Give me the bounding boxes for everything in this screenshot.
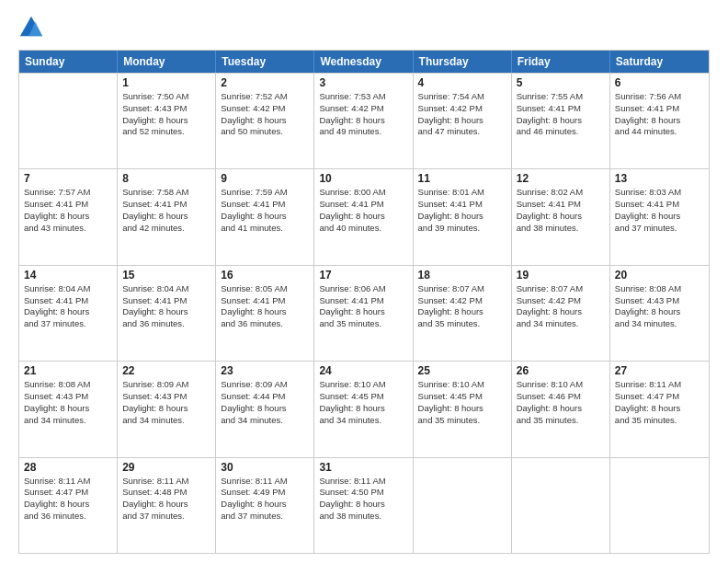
info-line: and 34 minutes. <box>319 415 407 427</box>
info-line: Sunrise: 8:10 AM <box>418 379 506 391</box>
calendar-cell: 31Sunrise: 8:11 AMSunset: 4:50 PMDayligh… <box>314 458 413 553</box>
calendar-row: 21Sunrise: 8:08 AMSunset: 4:43 PMDayligh… <box>19 361 709 456</box>
header-day: Wednesday <box>314 51 413 73</box>
info-line: Daylight: 8 hours <box>24 306 112 318</box>
calendar-body: 1Sunrise: 7:50 AMSunset: 4:43 PMDaylight… <box>19 73 709 553</box>
info-line: and 42 minutes. <box>122 223 210 235</box>
info-line: and 36 minutes. <box>24 511 112 523</box>
info-line: Daylight: 8 hours <box>24 499 112 511</box>
calendar-row: 7Sunrise: 7:57 AMSunset: 4:41 PMDaylight… <box>19 168 709 264</box>
info-line: Daylight: 8 hours <box>517 211 605 223</box>
info-line: Daylight: 8 hours <box>319 403 407 415</box>
info-line: Sunset: 4:43 PM <box>122 103 210 115</box>
calendar-cell: 12Sunrise: 8:02 AMSunset: 4:41 PMDayligh… <box>512 169 610 264</box>
calendar-cell: 6Sunrise: 7:56 AMSunset: 4:41 PMDaylight… <box>610 74 709 168</box>
info-line: Sunset: 4:41 PM <box>24 295 112 307</box>
logo <box>18 15 48 40</box>
info-line: Sunset: 4:43 PM <box>615 295 704 307</box>
info-line: Sunset: 4:41 PM <box>418 199 506 211</box>
info-line: and 46 minutes. <box>517 126 605 138</box>
calendar-cell <box>512 458 610 553</box>
day-number: 24 <box>319 364 407 377</box>
day-number: 26 <box>517 364 605 377</box>
info-line: Sunrise: 8:02 AM <box>517 187 605 199</box>
info-line: Sunrise: 8:11 AM <box>24 476 112 488</box>
info-line: Daylight: 8 hours <box>418 306 506 318</box>
info-line: Sunset: 4:43 PM <box>122 391 210 403</box>
page: SundayMondayTuesdayWednesdayThursdayFrid… <box>0 0 728 563</box>
calendar-row: 1Sunrise: 7:50 AMSunset: 4:43 PMDaylight… <box>19 73 709 168</box>
info-line: and 37 minutes. <box>221 511 309 523</box>
info-line: Daylight: 8 hours <box>319 211 407 223</box>
info-line: Daylight: 8 hours <box>418 211 506 223</box>
info-line: Daylight: 8 hours <box>319 306 407 318</box>
info-line: and 36 minutes. <box>122 318 210 330</box>
info-line: Daylight: 8 hours <box>122 403 210 415</box>
info-line: Daylight: 8 hours <box>319 115 407 127</box>
day-number: 9 <box>221 172 309 185</box>
info-line: and 36 minutes. <box>221 318 309 330</box>
info-line: and 40 minutes. <box>319 223 407 235</box>
day-number: 21 <box>24 364 112 377</box>
info-line: Daylight: 8 hours <box>418 403 506 415</box>
day-number: 3 <box>319 76 407 89</box>
calendar-cell: 18Sunrise: 8:07 AMSunset: 4:42 PMDayligh… <box>414 266 512 361</box>
info-line: Sunrise: 8:05 AM <box>221 283 309 295</box>
calendar-cell: 22Sunrise: 8:09 AMSunset: 4:43 PMDayligh… <box>118 362 216 456</box>
day-number: 4 <box>418 76 506 89</box>
calendar-cell: 4Sunrise: 7:54 AMSunset: 4:42 PMDaylight… <box>414 74 512 168</box>
info-line: Sunrise: 8:11 AM <box>122 476 210 488</box>
day-number: 22 <box>122 364 210 377</box>
info-line: Sunset: 4:42 PM <box>418 103 506 115</box>
info-line: Daylight: 8 hours <box>517 115 605 127</box>
calendar-cell: 8Sunrise: 7:58 AMSunset: 4:41 PMDaylight… <box>118 169 216 264</box>
day-number: 11 <box>418 172 506 185</box>
day-number: 30 <box>221 461 309 474</box>
info-line: Daylight: 8 hours <box>319 499 407 511</box>
info-line: Sunset: 4:41 PM <box>24 199 112 211</box>
day-number: 19 <box>517 269 605 282</box>
calendar-cell: 16Sunrise: 8:05 AMSunset: 4:41 PMDayligh… <box>216 266 314 361</box>
header <box>18 15 710 40</box>
info-line: Sunrise: 7:50 AM <box>122 91 210 103</box>
calendar-cell: 2Sunrise: 7:52 AMSunset: 4:42 PMDaylight… <box>216 74 314 168</box>
info-line: Sunrise: 8:03 AM <box>615 187 704 199</box>
info-line: and 43 minutes. <box>24 223 112 235</box>
info-line: Sunrise: 8:10 AM <box>517 379 605 391</box>
day-number: 1 <box>122 76 210 89</box>
info-line: and 37 minutes. <box>24 318 112 330</box>
info-line: Sunrise: 8:04 AM <box>24 283 112 295</box>
info-line: Daylight: 8 hours <box>221 403 309 415</box>
info-line: Sunset: 4:47 PM <box>615 391 704 403</box>
info-line: Sunrise: 8:11 AM <box>319 476 407 488</box>
calendar: SundayMondayTuesdayWednesdayThursdayFrid… <box>18 50 710 554</box>
info-line: Sunset: 4:41 PM <box>517 199 605 211</box>
calendar-cell: 17Sunrise: 8:06 AMSunset: 4:41 PMDayligh… <box>314 266 413 361</box>
info-line: Daylight: 8 hours <box>221 306 309 318</box>
info-line: Sunrise: 8:07 AM <box>517 283 605 295</box>
info-line: Daylight: 8 hours <box>122 306 210 318</box>
info-line: Daylight: 8 hours <box>221 211 309 223</box>
day-number: 10 <box>319 172 407 185</box>
info-line: and 52 minutes. <box>122 126 210 138</box>
calendar-cell <box>610 458 709 553</box>
info-line: Sunrise: 8:09 AM <box>122 379 210 391</box>
info-line: Sunrise: 8:01 AM <box>418 187 506 199</box>
info-line: and 34 minutes. <box>122 415 210 427</box>
info-line: Sunset: 4:47 PM <box>24 487 112 499</box>
info-line: Sunrise: 8:07 AM <box>418 283 506 295</box>
info-line: Sunset: 4:41 PM <box>221 295 309 307</box>
header-day: Friday <box>512 51 610 73</box>
info-line: Sunrise: 7:57 AM <box>24 187 112 199</box>
info-line: Daylight: 8 hours <box>517 403 605 415</box>
info-line: Sunset: 4:42 PM <box>418 295 506 307</box>
calendar-cell: 13Sunrise: 8:03 AMSunset: 4:41 PMDayligh… <box>610 169 709 264</box>
day-number: 7 <box>24 172 112 185</box>
info-line: Sunset: 4:41 PM <box>517 103 605 115</box>
info-line: Sunrise: 8:08 AM <box>24 379 112 391</box>
day-number: 14 <box>24 269 112 282</box>
calendar-cell: 3Sunrise: 7:53 AMSunset: 4:42 PMDaylight… <box>314 74 413 168</box>
calendar-cell: 10Sunrise: 8:00 AMSunset: 4:41 PMDayligh… <box>314 169 413 264</box>
calendar-cell: 24Sunrise: 8:10 AMSunset: 4:45 PMDayligh… <box>314 362 413 456</box>
calendar-cell: 1Sunrise: 7:50 AMSunset: 4:43 PMDaylight… <box>118 74 216 168</box>
